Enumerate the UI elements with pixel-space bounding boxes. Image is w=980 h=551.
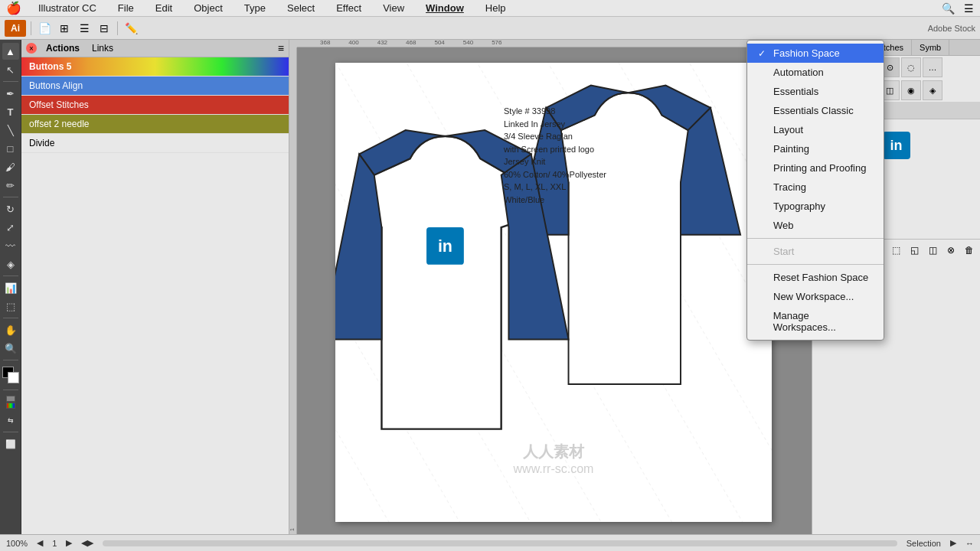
- tab-symbols[interactable]: Symb: [912, 40, 949, 55]
- hand-tool[interactable]: ✋: [2, 321, 19, 338]
- ws-action-reset[interactable]: Reset Fashion Space: [747, 268, 884, 287]
- ws-item-web[interactable]: Web: [747, 216, 884, 235]
- action-offset-stitches[interactable]: Offset Stitches: [21, 96, 289, 115]
- line-tool[interactable]: ╲: [2, 122, 19, 139]
- brush-more-icon[interactable]: …: [923, 57, 942, 77]
- action-buttons5[interactable]: Buttons 5: [21, 57, 289, 77]
- ws-item-painting[interactable]: Painting: [747, 139, 884, 158]
- tab-links[interactable]: Links: [87, 41, 118, 55]
- action-offset-2needle[interactable]: offset 2 needle: [21, 115, 289, 134]
- ws-label-typography: Typography: [773, 201, 825, 212]
- ws-item-layout[interactable]: Layout: [747, 120, 884, 139]
- color-boxes[interactable]: [2, 367, 19, 383]
- pen-icon[interactable]: ✏️: [122, 20, 139, 37]
- blend-tool[interactable]: ◈: [2, 256, 19, 272]
- rotate-tool[interactable]: ↻: [2, 201, 19, 217]
- new-doc-icon[interactable]: 📄: [36, 20, 53, 37]
- menu-object[interactable]: Object: [189, 2, 227, 14]
- direct-select-tool[interactable]: ↖: [2, 61, 19, 78]
- artboard-resize[interactable]: ⬜: [2, 435, 19, 452]
- ws-item-automation[interactable]: Automation: [747, 63, 884, 82]
- ws-label-painting: Painting: [773, 143, 809, 155]
- action-divide[interactable]: Divide: [21, 134, 289, 153]
- menu-type[interactable]: Type: [240, 2, 270, 14]
- stroke-5[interactable]: ◉: [901, 80, 921, 100]
- ws-item-fashion-space[interactable]: ✓ Fashion Space: [747, 44, 884, 63]
- shape-tool[interactable]: □: [2, 140, 19, 157]
- column-graph-tool[interactable]: 📊: [2, 279, 19, 296]
- ws-label-automation: Automation: [773, 67, 824, 78]
- scroll-icon[interactable]: ↔: [965, 539, 974, 548]
- paintbrush-tool[interactable]: 🖌: [2, 158, 19, 175]
- ws-label-web: Web: [773, 220, 794, 231]
- panel-bottom-icon-4[interactable]: ⊗: [943, 243, 959, 258]
- ws-label-layout: Layout: [773, 124, 803, 135]
- artboard-tool[interactable]: ⬚: [2, 298, 19, 315]
- menu-illustrator[interactable]: Illustrator CC: [34, 2, 101, 14]
- product-info: Style # 33998 Linked In Jersey 3/4 Sleev…: [504, 105, 606, 206]
- panel-bottom-icon-5[interactable]: 🗑: [962, 243, 977, 258]
- ws-label-fashion-space: Fashion Space: [773, 47, 840, 59]
- panel-bottom-icon-1[interactable]: ⬚: [888, 243, 903, 258]
- swap-icon[interactable]: ⇆: [2, 412, 19, 429]
- ws-item-essentials[interactable]: Essentials: [747, 82, 884, 101]
- brush-circle-5[interactable]: ◌: [901, 57, 921, 77]
- action-buttons-align[interactable]: Buttons Align: [21, 77, 289, 96]
- panel-bottom-icon-2[interactable]: ◱: [906, 243, 922, 258]
- ws-checkmark-fashion: ✓: [758, 48, 769, 59]
- apple-menu[interactable]: 🍎: [6, 1, 21, 15]
- ws-label-printing: Printing and Proofing: [773, 162, 866, 174]
- artboard-nav[interactable]: ◀▶: [81, 538, 93, 548]
- panel-menu-icon[interactable]: ≡: [278, 42, 284, 54]
- panel-bottom-icon-3[interactable]: ◫: [925, 243, 940, 258]
- scale-tool[interactable]: ⤢: [2, 219, 19, 236]
- panel-header: × Actions Links ≡: [21, 40, 289, 57]
- ws-item-printing[interactable]: Printing and Proofing: [747, 158, 884, 178]
- svg-text:in: in: [438, 237, 452, 256]
- canvas-area[interactable]: in Style # 33998 Linked In Jersey 3/4 Sl…: [297, 47, 812, 534]
- ws-label-essentials-classic: Essentials Classic: [773, 105, 854, 116]
- tab-actions[interactable]: Actions: [41, 41, 84, 55]
- nav-next-button[interactable]: ▶: [66, 538, 72, 548]
- ws-action-start: Start: [747, 242, 884, 261]
- menu-help[interactable]: Help: [481, 2, 511, 14]
- fill-none-icon[interactable]: [2, 393, 19, 410]
- page-number: 1: [52, 539, 57, 548]
- ws-reset-label: Reset Fashion Space: [773, 272, 868, 283]
- menu-file[interactable]: File: [113, 2, 139, 14]
- illustrator-logo: Ai: [5, 20, 26, 37]
- menu-view[interactable]: View: [378, 2, 409, 14]
- nav-prev-button[interactable]: ◀: [37, 538, 43, 548]
- menu-effect[interactable]: Effect: [332, 2, 366, 14]
- background-color[interactable]: [8, 372, 19, 383]
- type-tool[interactable]: T: [2, 103, 19, 120]
- menu-edit[interactable]: Edit: [151, 2, 177, 14]
- pencil-tool[interactable]: ✏: [2, 177, 19, 194]
- panel-close-button[interactable]: ×: [26, 43, 37, 54]
- scroll-bar[interactable]: [103, 540, 897, 546]
- ws-separator-1: [747, 238, 884, 239]
- grid-icon[interactable]: ⊟: [96, 20, 113, 37]
- zoom-tool[interactable]: 🔍: [2, 340, 19, 357]
- linkedin-icon[interactable]: in: [883, 132, 910, 159]
- ws-item-essentials-classic[interactable]: Essentials Classic: [747, 101, 884, 120]
- arrange-icon[interactable]: ⊞: [56, 20, 73, 37]
- workspace-icon[interactable]: ☰: [76, 20, 93, 37]
- menu-window[interactable]: Window: [421, 2, 469, 14]
- stroke-6[interactable]: ◈: [923, 80, 942, 100]
- search-icon[interactable]: 🔍: [942, 2, 955, 15]
- ws-label-tracing: Tracing: [773, 181, 806, 193]
- warp-tool[interactable]: 〰: [2, 237, 19, 254]
- zoom-level: 100%: [6, 539, 28, 548]
- ws-action-new[interactable]: New Workspace...: [747, 287, 884, 306]
- ws-item-typography[interactable]: Typography: [747, 197, 884, 216]
- menu-expand-icon[interactable]: ☰: [964, 2, 974, 15]
- help-icon[interactable]: ▶: [950, 538, 956, 548]
- selection-tool[interactable]: ▲: [2, 43, 19, 60]
- ws-action-manage[interactable]: Manage Workspaces...: [747, 306, 884, 337]
- ws-item-tracing[interactable]: Tracing: [747, 178, 884, 197]
- actions-panel: × Actions Links ≡ Buttons 5 Buttons Alig…: [21, 40, 289, 534]
- menu-select[interactable]: Select: [283, 2, 319, 14]
- adobe-stock-label[interactable]: Adobe Stock: [928, 24, 975, 33]
- pen-tool[interactable]: ✒: [2, 85, 19, 102]
